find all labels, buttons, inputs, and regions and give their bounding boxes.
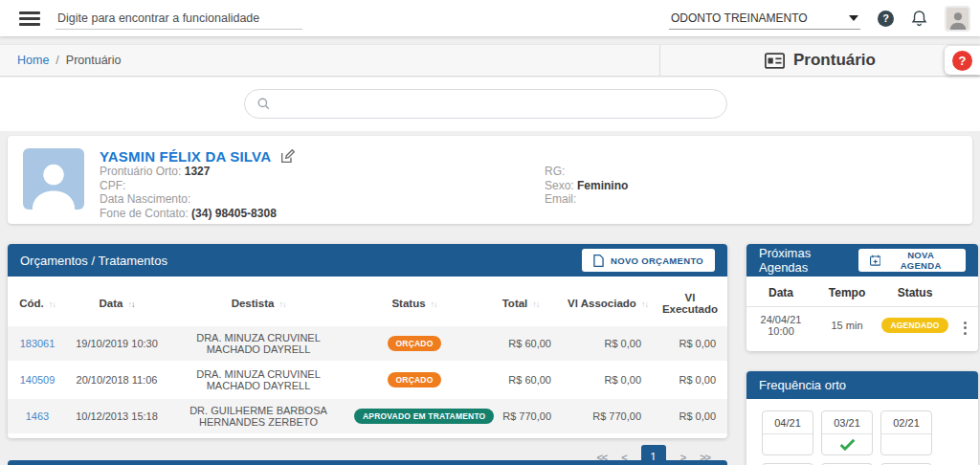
- patient-search-box[interactable]: [244, 89, 727, 119]
- search-icon: [256, 97, 271, 111]
- chevron-down-icon: [849, 15, 858, 21]
- sort-icon[interactable]: ↑↓: [431, 299, 437, 309]
- patient-field: RG:: [545, 165, 628, 179]
- breadcrumb-separator: /: [56, 54, 58, 67]
- budget-vl-executado: R$ 0,00: [653, 398, 727, 434]
- status-badge: APROVADO EM TRATAMENTO: [354, 409, 494, 424]
- budget-dentist: DRA. MINUZA CRUVINEL MACHADO DAYRELL: [167, 326, 350, 362]
- menu-icon[interactable]: [19, 11, 40, 26]
- patient-field: Fone de Contato: (34) 98405-8308: [100, 207, 957, 221]
- sort-icon[interactable]: ↑↓: [49, 299, 56, 309]
- budget-date: 19/10/2019 10:30: [67, 326, 167, 362]
- clinic-select[interactable]: ODONTO TREINAMENTO: [669, 8, 860, 30]
- budget-code-link[interactable]: 183061: [20, 338, 56, 349]
- kebab-menu-icon[interactable]: [962, 320, 969, 337]
- col-header-vl-associado[interactable]: Vl Associado↑↓: [563, 277, 653, 326]
- user-avatar: [945, 6, 970, 32]
- clinic-select-value: ODONTO TREINAMENTO: [671, 11, 808, 25]
- new-agenda-button[interactable]: NOVA AGENDA: [858, 249, 966, 272]
- sort-icon[interactable]: ↑↓: [278, 299, 285, 309]
- page-title: Prontuário: [793, 51, 876, 70]
- contact-card-icon: [765, 53, 785, 69]
- col-header-vl-executado[interactable]: Vl Executado: [653, 277, 727, 326]
- list-item: 24/04/21 10:00 15 min AGENDADO: [746, 307, 978, 344]
- patient-card: YASMIN FÉLIX DA SILVA Prontuário Orto: 1…: [8, 136, 972, 224]
- top-bar: ODONTO TREINAMENTO ?: [0, 0, 980, 36]
- patient-field: Sexo: Feminino: [545, 179, 628, 193]
- next-panel-header: [8, 460, 727, 465]
- month-chip[interactable]: 03/21: [821, 410, 873, 455]
- breadcrumb-home-link[interactable]: Home: [17, 54, 49, 67]
- breadcrumb: Home / Prontuário: [0, 45, 660, 76]
- breadcrumb-bar: Home / Prontuário Prontuário: [0, 44, 980, 77]
- user-menu-button[interactable]: [945, 6, 970, 32]
- table-row: 1463 10/12/2013 15:18 DR. GUILHERME BARB…: [8, 398, 727, 434]
- col-header-total[interactable]: Total↑↓: [479, 277, 563, 326]
- col-header-data[interactable]: Data↑↓: [67, 277, 167, 326]
- patient-field: Email:: [545, 192, 628, 207]
- status-badge: ORÇADO: [388, 372, 442, 388]
- budget-vl-associado: R$ 0,00: [563, 362, 653, 398]
- budget-total: R$ 60,00: [479, 326, 563, 362]
- table-row: 140509 20/10/2018 11:06 DRA. MINUZA CRUV…: [8, 362, 727, 398]
- bell-icon: [911, 10, 927, 27]
- breadcrumb-current: Prontuário: [66, 54, 122, 67]
- patient-avatar: [23, 148, 84, 210]
- status-badge: AGENDADO: [881, 318, 947, 333]
- month-chip[interactable]: 02/21: [880, 410, 932, 455]
- budget-dentist: DRA. MINUZA CRUVINEL MACHADO DAYRELL: [167, 362, 350, 398]
- budget-vl-executado: R$ 0,00: [653, 362, 727, 398]
- sort-icon[interactable]: ↑↓: [532, 299, 539, 309]
- question-icon: ?: [878, 11, 894, 27]
- agenda-col-data: Data: [746, 277, 815, 307]
- budget-total: R$ 60,00: [479, 362, 563, 398]
- patient-name: YASMIN FÉLIX DA SILVA: [100, 148, 271, 165]
- budget-code-link[interactable]: 1463: [26, 410, 49, 422]
- calendar-plus-icon: [870, 255, 880, 266]
- budget-dentist: DR. GUILHERME BARBOSA HERNANDES ZERBETO: [167, 398, 350, 434]
- patient-search-input[interactable]: [278, 98, 726, 111]
- notifications-button[interactable]: [911, 10, 927, 27]
- col-header-status[interactable]: Status↑↓: [350, 277, 479, 326]
- agendas-panel-title: Próximas Agendas: [759, 246, 858, 275]
- budgets-panel-title: Orçamentos / Tratamentos: [20, 254, 167, 268]
- sort-icon[interactable]: ↑↓: [127, 299, 134, 309]
- table-row: 183061 19/10/2019 10:30 DRA. MINUZA CRUV…: [8, 326, 727, 362]
- budget-date: 10/12/2013 15:18: [67, 398, 167, 434]
- new-budget-button[interactable]: NOVO ORÇAMENTO: [582, 249, 715, 272]
- search-strip: [0, 78, 980, 131]
- floating-help-button[interactable]: ?: [945, 46, 980, 75]
- edit-patient-button[interactable]: [279, 149, 295, 165]
- agenda-col-status: Status: [879, 277, 951, 307]
- document-icon: [593, 255, 604, 267]
- col-header-cod[interactable]: Cód.↑↓: [8, 277, 67, 326]
- check-icon: [839, 438, 856, 451]
- sort-icon[interactable]: ↑↓: [641, 299, 648, 309]
- budgets-panel: Orçamentos / Tratamentos NOVO ORÇAMENTO …: [8, 244, 727, 438]
- budget-vl-executado: R$ 0,00: [653, 326, 727, 362]
- functionality-search-input[interactable]: [56, 8, 302, 30]
- agenda-duration: 15 min: [815, 307, 879, 344]
- status-badge: ORÇADO: [388, 336, 442, 351]
- col-header-dentista[interactable]: Destista↑↓: [167, 277, 350, 326]
- patient-field: Prontuário Orto: 1327: [100, 165, 957, 179]
- budget-vl-associado: R$ 770,00: [563, 398, 653, 434]
- frequency-panel-title: Frequência orto: [759, 378, 846, 392]
- question-icon: ?: [952, 51, 972, 71]
- help-button[interactable]: ?: [878, 11, 894, 27]
- budget-date: 20/10/2018 11:06: [67, 362, 167, 398]
- agendas-panel: Próximas Agendas NOVA AGENDA Data Tempo …: [746, 244, 978, 351]
- agenda-date: 24/04/21 10:00: [746, 307, 815, 344]
- patient-field: Data Nascimento:: [100, 192, 957, 207]
- budget-vl-associado: R$ 0,00: [563, 326, 653, 362]
- edit-icon: [279, 149, 295, 165]
- patient-field: CPF:: [100, 179, 957, 193]
- month-chips: 04/21 03/21 02/21 01/21 12/20 11/20: [746, 399, 947, 465]
- ortho-frequency-panel: Frequência orto 04/21 03/21 02/21 01/21 …: [746, 371, 978, 465]
- month-chip[interactable]: 04/21: [762, 410, 813, 455]
- budget-code-link[interactable]: 140509: [20, 374, 56, 386]
- agenda-col-tempo: Tempo: [815, 277, 879, 307]
